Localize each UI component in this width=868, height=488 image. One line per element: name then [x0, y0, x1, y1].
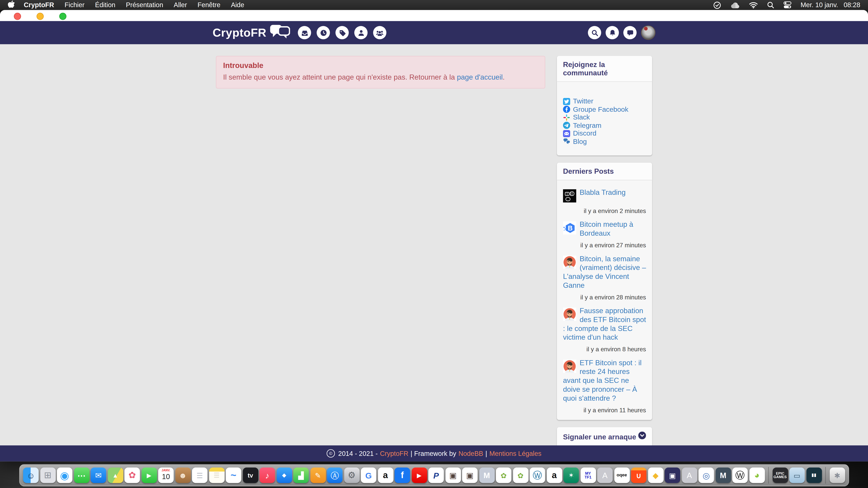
dock-a-app-2-icon[interactable]: A — [682, 467, 697, 483]
dock-photos-icon[interactable]: ✿ — [124, 467, 140, 483]
dock-keynote-icon[interactable]: ◆ — [276, 467, 292, 483]
dock-messages-icon[interactable]: ⋯ — [74, 467, 89, 483]
spotlight-icon[interactable] — [767, 1, 775, 9]
dock-epic-games-icon[interactable]: EPIC GAMES — [772, 467, 788, 483]
dock-separator — [768, 467, 769, 484]
control-center-icon[interactable] — [783, 1, 792, 9]
dock-google-icon[interactable]: G — [361, 467, 376, 483]
macos-menubar: CryptoFR Fichier Édition Présentation Al… — [0, 0, 868, 10]
dock-molotov-icon[interactable]: ▣ — [445, 467, 461, 483]
dock-contacts-icon[interactable]: ☻ — [175, 467, 191, 483]
facebook-group-link[interactable]: Groupe Facebook — [563, 105, 646, 113]
menu-aller[interactable]: Aller — [174, 1, 187, 9]
user-avatar[interactable] — [641, 25, 655, 40]
dock-mail-icon[interactable]: ✉ — [91, 467, 106, 483]
twitter-link[interactable]: Twitter — [563, 97, 646, 105]
dock-pages-icon[interactable]: ✎ — [310, 467, 326, 483]
menu-fichier[interactable]: Fichier — [64, 1, 85, 9]
discord-link-label: Discord — [573, 130, 596, 137]
search-icon[interactable] — [588, 26, 601, 39]
dock-aliexpress-icon[interactable]: ∪ — [631, 467, 646, 483]
apple-menu-icon[interactable] — [8, 0, 15, 10]
post-timestamp: il y a environ 8 heures — [563, 342, 646, 352]
home-page-link[interactable]: page d'accueil — [457, 73, 503, 81]
dock-safari-icon[interactable]: ◉ — [57, 467, 72, 483]
post-avatar-author — [563, 256, 577, 269]
dock-wordpress-icon[interactable]: Ⓦ — [530, 467, 545, 483]
user-icon[interactable] — [354, 26, 368, 39]
chat-icon[interactable] — [623, 26, 637, 39]
post-avatar-author — [563, 360, 577, 373]
dock-facebook-icon[interactable]: f — [395, 467, 410, 483]
dock-amazon-2-icon[interactable]: a — [547, 467, 562, 483]
dock-cryptofr-icon[interactable]: ▣ — [665, 467, 680, 483]
dock-youtube-icon[interactable]: ▶ — [411, 467, 427, 483]
zoom-window-button[interactable] — [59, 12, 66, 20]
wifi-icon[interactable] — [749, 2, 758, 8]
dock-reminders-icon[interactable]: ☰ — [192, 467, 208, 483]
menu-presentation[interactable]: Présentation — [126, 1, 163, 9]
chevron-down-icon[interactable] — [638, 432, 646, 442]
dock-calendar-icon[interactable]: JANV.10 — [158, 467, 174, 483]
dock-plant-icon[interactable]: ✿ — [496, 467, 511, 483]
footer-nodebb-link[interactable]: NodeBB — [458, 450, 483, 457]
slack-link-label: Slack — [573, 113, 590, 121]
footer-separator: | — [485, 450, 487, 457]
blog-comments-icon — [563, 138, 570, 145]
dock-launchpad-icon[interactable]: ⊞ — [40, 467, 55, 483]
menubar-date[interactable]: Mer. 10 janv. — [801, 1, 838, 9]
dock-paypal-icon[interactable]: P — [428, 467, 444, 483]
dock-notes-icon[interactable]: ☰ — [209, 467, 224, 483]
blog-link[interactable]: Blog — [563, 137, 646, 145]
macos-dock: ☺⊞◉⋯✉▲✿▶JANV.10☻☰☰~tv♪◆▟✎Ⓐ⚙Gaf▶P▣▣M✿✿Ⓦa✶… — [19, 464, 848, 486]
dock-coingecko-icon[interactable]: ◕ — [749, 467, 765, 483]
slack-link[interactable]: Slack — [563, 113, 646, 121]
recent-icon[interactable] — [317, 26, 330, 39]
close-window-button[interactable] — [14, 12, 21, 20]
dock-a-app-icon[interactable]: A — [597, 467, 613, 483]
dock-ledger-icon[interactable]: ▮▮ — [806, 467, 822, 483]
onedrive-cloud-icon[interactable] — [730, 1, 740, 8]
tags-icon[interactable] — [336, 26, 349, 39]
dock-shapeshift-icon[interactable]: ◎ — [699, 467, 714, 483]
post-item: Blabla Trading il y a environ 2 minutes — [563, 188, 646, 214]
menu-edition[interactable]: Édition — [95, 1, 116, 9]
notifications-icon[interactable] — [606, 26, 619, 39]
dock-binance-icon[interactable]: ◆ — [648, 467, 663, 483]
dock-numbers-icon[interactable]: ▟ — [293, 467, 309, 483]
dock-music-icon[interactable]: ♪ — [259, 467, 275, 483]
dock-preview-window-icon[interactable]: ▭ — [789, 467, 805, 483]
dock-trash-icon[interactable]: ✱ — [830, 467, 845, 483]
telegram-link[interactable]: Telegram — [563, 122, 646, 129]
dock-plant-2-icon[interactable]: ✿ — [513, 467, 528, 483]
dock-freeform-icon[interactable]: ~ — [226, 467, 241, 483]
dock-mytf1-icon[interactable]: MY TF1 — [580, 467, 596, 483]
groups-icon[interactable] — [373, 26, 386, 39]
dock-oqee-icon[interactable]: oqee — [614, 467, 629, 483]
dock-m-dark-icon[interactable]: M — [715, 467, 731, 483]
footer-mentions-legales-link[interactable]: Mentions Légales — [489, 450, 541, 457]
footer-cryptofr-link[interactable]: CryptoFR — [380, 450, 408, 457]
categories-icon[interactable] — [298, 26, 311, 39]
dock-amazon-icon[interactable]: a — [378, 467, 393, 483]
dock-m-app-icon[interactable]: M — [479, 467, 494, 483]
dock-apple-tv-icon[interactable]: tv — [243, 467, 258, 483]
sync-check-icon[interactable] — [713, 1, 721, 9]
dock-maps-icon[interactable]: ▲ — [107, 467, 123, 483]
dock-facetime-icon[interactable]: ▶ — [141, 467, 157, 483]
site-logo-text: CryptoFR — [213, 26, 267, 39]
dock-system-settings-icon[interactable]: ⚙ — [344, 467, 360, 483]
post-item: B Bitcoin meetup à Bordeaux il y a envir… — [563, 220, 646, 249]
menubar-app-name[interactable]: CryptoFR — [24, 1, 54, 9]
menu-fenetre[interactable]: Fenêtre — [197, 1, 220, 9]
dock-app-store-icon[interactable]: Ⓐ — [327, 467, 343, 483]
menu-aide[interactable]: Aide — [231, 1, 244, 9]
discord-link[interactable]: Discord — [563, 130, 646, 137]
minimize-window-button[interactable] — [37, 12, 44, 20]
dock-finder-icon[interactable]: ☺ — [23, 467, 38, 483]
dock-bnp-paribas-icon[interactable]: ✶ — [563, 467, 579, 483]
dock-molotov-2-icon[interactable]: ▣ — [462, 467, 477, 483]
site-logo[interactable]: CryptoFR — [213, 24, 290, 41]
dock-w-app-icon[interactable]: Ⓦ — [732, 467, 748, 483]
menubar-time[interactable]: 08:28 — [844, 1, 860, 9]
